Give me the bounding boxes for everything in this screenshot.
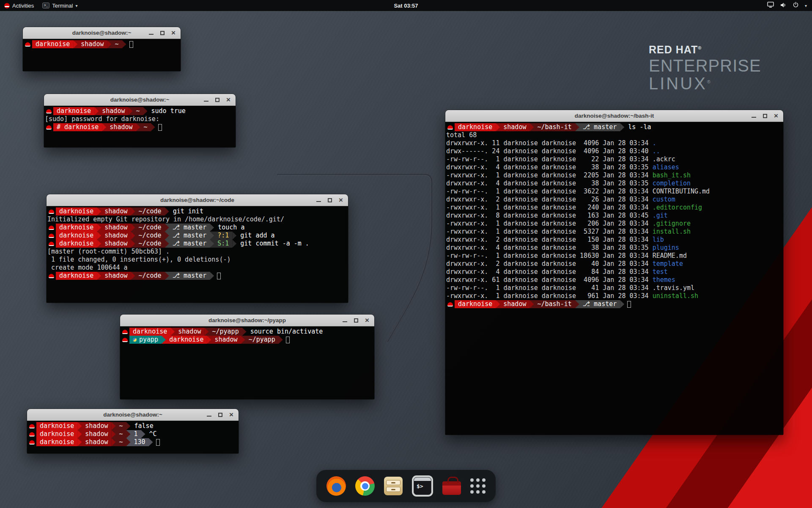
redhat-prompt-icon	[46, 109, 52, 113]
terminal-cursor	[156, 439, 160, 446]
terminal-icon[interactable]: $>	[412, 475, 433, 497]
brand-linux: LINUX	[649, 74, 707, 93]
terminal-line: drwxrwxr-x. 4 darknoise darknoise 38 Jan…	[446, 163, 782, 171]
volume-icon[interactable]	[780, 2, 787, 10]
terminal-body[interactable]: darknoiseshadow~ falsedarknoiseshadow~1 …	[27, 421, 239, 453]
powerline-arrow	[529, 123, 534, 131]
terminal-body[interactable]: darknoiseshadow~/pyapp source bin/activa…	[120, 326, 374, 399]
window-titlebar[interactable]: darknoise@shadow:~ ×	[44, 94, 236, 106]
grid-dot	[470, 490, 474, 494]
window-titlebar[interactable]: darknoise@shadow:~/pyapp ×	[120, 315, 374, 326]
maximize-button[interactable]	[215, 98, 219, 102]
powerline-arrow	[97, 207, 101, 215]
terminal-line: # darknoiseshadow~	[45, 123, 235, 131]
minimize-button[interactable]	[752, 117, 756, 118]
terminal-window[interactable]: darknoise@shadow:~ × darknoiseshadow~ fa…	[27, 409, 239, 453]
minimize-button[interactable]	[316, 201, 321, 202]
terminal-text: ls -la	[624, 123, 651, 131]
maximize-button[interactable]	[160, 31, 165, 35]
powerline-arrow	[165, 207, 169, 215]
terminal-window[interactable]: darknoise@shadow:~/code × darknoiseshado…	[47, 194, 348, 303]
minimize-button[interactable]	[207, 416, 211, 417]
prompt-segment: shadow	[500, 300, 529, 308]
minimize-button[interactable]	[343, 321, 347, 322]
prompt-segment: 130	[131, 438, 149, 446]
prompt-segment: darknoise	[53, 107, 94, 115]
terminal-text: lib	[653, 236, 664, 244]
terminal-text: README.md	[653, 252, 687, 260]
prompt-segment: shadow	[82, 430, 111, 438]
prompt-segment: ~/pyapp	[208, 328, 242, 336]
terminal-text: -rwxrwxr-x. 1 darknoise darknoise 206 Ja…	[446, 220, 653, 228]
terminal-window[interactable]: darknoise@shadow:~ × darknoiseshadow~ su…	[44, 94, 236, 147]
chevron-down-icon[interactable]: ▾	[805, 3, 807, 8]
powerline-arrow	[107, 40, 111, 48]
terminal-line: Initialized empty Git repository in /hom…	[47, 215, 347, 224]
files-icon[interactable]	[384, 477, 403, 495]
maximize-button[interactable]	[354, 318, 358, 323]
prompt-segment: darknoise	[56, 232, 97, 240]
close-button[interactable]: ×	[774, 113, 778, 119]
firefox-logo	[326, 476, 346, 496]
powerline-arrow	[204, 328, 208, 336]
toolbox-icon[interactable]	[442, 477, 461, 495]
window-titlebar[interactable]: darknoise@shadow:~ ×	[27, 409, 239, 421]
powerline-arrow	[210, 240, 214, 248]
close-button[interactable]: ×	[339, 197, 343, 203]
maximize-button[interactable]	[218, 413, 222, 417]
window-titlebar[interactable]: darknoise@shadow:~/code ×	[47, 194, 348, 206]
terminal-body[interactable]: darknoiseshadow~	[23, 39, 181, 71]
chrome-icon[interactable]	[355, 476, 375, 496]
terminal-line: pyappdarknoiseshadow~/pyapp	[121, 336, 373, 344]
rhel-branding: RED HAT® ENTERPRISE LINUX®	[649, 44, 761, 92]
redhat-prompt-icon	[49, 234, 54, 238]
powerline-arrow	[165, 224, 169, 232]
powerline-arrow	[279, 336, 283, 344]
powerline-arrow	[97, 272, 101, 280]
maximize-button[interactable]	[763, 114, 767, 118]
terminal-text: .travis.yml	[653, 284, 694, 292]
terminal-text: Initialized empty Git repository in /hom…	[47, 215, 284, 224]
terminal-text: drwxrwxr-x. 4 darknoise darknoise 84 Jan…	[446, 268, 653, 276]
app-menu-terminal[interactable]: >_ Terminal ▾	[38, 0, 82, 11]
terminal-body[interactable]: darknoiseshadow~ sudo true[sudo] passwor…	[44, 106, 236, 147]
minimize-button[interactable]	[149, 34, 154, 35]
terminal-text: sudo true	[148, 107, 186, 115]
activities-button[interactable]: Activities	[0, 0, 38, 11]
minimize-button[interactable]	[204, 101, 208, 102]
display-icon[interactable]	[767, 2, 774, 9]
powerline-arrow	[620, 300, 624, 308]
terminal-text: git init	[169, 207, 203, 215]
prompt-segment: darknoise	[36, 438, 77, 446]
prompt-segment: shadow	[101, 224, 131, 232]
power-icon[interactable]	[793, 2, 799, 9]
powerline-arrow	[242, 328, 247, 336]
terminal-text: drwx------. 24 darknoise darknoise 4096 …	[446, 147, 653, 155]
terminal-cursor	[217, 273, 221, 279]
grid-dot	[470, 478, 474, 482]
prompt-segment: ~/code	[135, 232, 165, 240]
powerline-arrow	[94, 107, 99, 115]
close-button[interactable]: ×	[229, 412, 233, 418]
file-cabinet	[384, 477, 403, 495]
terminal-window[interactable]: darknoise@shadow:~ × darknoiseshadow~	[23, 27, 181, 71]
close-button[interactable]: ×	[365, 318, 369, 323]
maximize-button[interactable]	[328, 198, 332, 202]
terminal-body[interactable]: darknoiseshadow~/code git initInitialize…	[47, 206, 348, 303]
firefox-icon[interactable]	[326, 476, 346, 496]
prompt-segment: darknoise	[129, 328, 170, 336]
close-button[interactable]: ×	[171, 30, 176, 36]
clock[interactable]: Sat 03:57	[0, 3, 812, 9]
toolbox-logo	[442, 481, 461, 495]
app-grid-icon[interactable]	[470, 478, 486, 494]
powerline-arrow	[210, 232, 214, 240]
window-titlebar[interactable]: darknoise@shadow:~ ×	[23, 27, 181, 39]
terminal-window[interactable]: darknoise@shadow:~/bash-it × darknoisesh…	[445, 110, 783, 435]
terminal-body[interactable]: darknoiseshadow~/bash-it⎇ master ls -lat…	[445, 122, 783, 435]
terminal-window[interactable]: darknoise@shadow:~/pyapp × darknoiseshad…	[120, 315, 374, 399]
terminal-line: drwx------. 24 darknoise darknoise 4096 …	[446, 147, 782, 155]
redhat-logo-icon	[4, 3, 10, 8]
close-button[interactable]: ×	[226, 97, 230, 103]
window-titlebar[interactable]: darknoise@shadow:~/bash-it ×	[445, 110, 783, 122]
powerline-arrow	[210, 272, 214, 280]
